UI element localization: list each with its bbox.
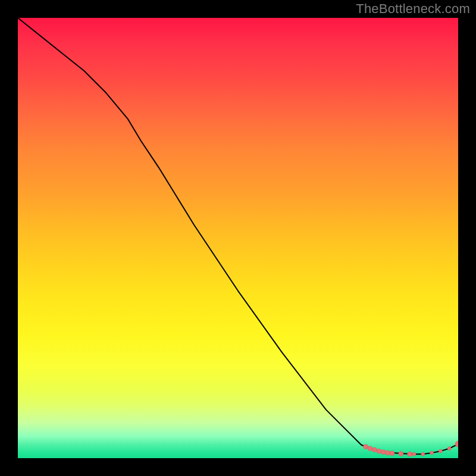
data-point [439, 449, 442, 453]
data-point [447, 447, 451, 450]
plot-area [18, 18, 458, 458]
data-point [421, 452, 425, 456]
data-point [386, 450, 390, 455]
data-point [381, 450, 386, 455]
data-point [455, 441, 458, 447]
watermark-text: TheBottleneck.com [356, 1, 470, 17]
data-point [399, 452, 403, 456]
curve-line [18, 18, 458, 454]
data-point [372, 447, 377, 452]
data-point [364, 444, 368, 449]
chart-frame: TheBottleneck.com [0, 0, 476, 476]
data-point [412, 452, 416, 456]
data-point [408, 452, 412, 456]
chart-svg [18, 18, 458, 458]
data-point [390, 451, 394, 456]
data-point [430, 451, 434, 455]
data-point [368, 446, 372, 451]
data-point [377, 449, 381, 453]
points-group [364, 441, 458, 456]
